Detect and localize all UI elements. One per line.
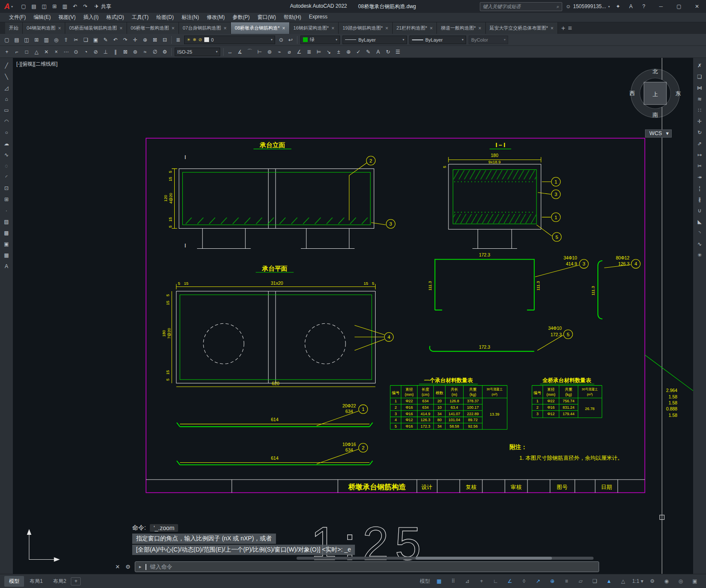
menu-item[interactable]: 插入(I)	[79, 13, 102, 22]
file-tab[interactable]: 05桥面铺装钢筋构造图 ×	[65, 22, 127, 34]
compass-top-face[interactable]: 上	[652, 91, 658, 97]
selection-cycling[interactable]: ❏	[588, 576, 602, 586]
modify-chamfer[interactable]: ◣	[694, 217, 705, 226]
file-tab[interactable]: 延安大学立交桥总体布置图* ×	[486, 22, 558, 34]
modify-rotate[interactable]: ↻	[694, 127, 705, 137]
autodesk-assistant-icon[interactable]: A	[626, 3, 636, 9]
menu-item[interactable]: 文件(F)	[5, 13, 30, 22]
snap-node[interactable]: ⊚	[130, 47, 140, 56]
model-paper-toggle[interactable]: 模型	[418, 576, 432, 586]
snap-intersection[interactable]: ✕	[42, 47, 51, 56]
dim-angular[interactable]: ∠	[294, 47, 304, 56]
redo[interactable]: ↷	[121, 35, 130, 44]
account-menu[interactable]: ☺ 1505999135... ▾	[566, 3, 610, 9]
command-options-line[interactable]: [全部(A)/中心(C)/动态(D)/范围(E)/上一个(P)/比例(S)/窗口…	[132, 545, 355, 555]
menu-item[interactable]: 帮助(H)	[280, 13, 305, 22]
file-tab[interactable]: 06桥墩一般构造图 ×	[127, 22, 179, 34]
modify-stretch[interactable]: ↦	[694, 150, 705, 160]
dim-center-mark[interactable]: ⊕	[344, 47, 353, 56]
save-drawing[interactable]: ◫	[22, 35, 31, 44]
dim-baseline[interactable]: ⊨	[314, 47, 324, 56]
modify-join[interactable]: ∪	[694, 205, 705, 215]
snap-midpoint[interactable]: △	[32, 47, 41, 56]
snap-endpoint[interactable]: □	[22, 47, 31, 56]
draw-hatch[interactable]: ▨	[1, 217, 12, 226]
plot-preview[interactable]: ◎	[52, 35, 61, 44]
layer-previous[interactable]: ↩	[286, 35, 295, 44]
annotation-visibility[interactable]: ▲	[602, 576, 616, 586]
view-compass[interactable]: 上 北 南 西 东	[630, 69, 681, 118]
tab-close-icon[interactable]: ×	[551, 25, 554, 31]
plot[interactable]: ▥	[42, 35, 51, 44]
clean-screen[interactable]: ▣	[688, 576, 702, 586]
isolate-objects[interactable]: ◎	[674, 576, 688, 586]
qat-save-icon[interactable]: ◫	[39, 2, 49, 11]
menu-item[interactable]: 格式(O)	[103, 13, 128, 22]
command-history-scrollbar[interactable]	[297, 557, 594, 560]
draw-polyline[interactable]: ◿	[1, 83, 12, 93]
menu-item[interactable]: 标注(N)	[178, 13, 203, 22]
draw-mtext[interactable]: A	[1, 261, 12, 271]
modify-break-point[interactable]: ¦	[694, 183, 705, 193]
menu-item[interactable]: 修改(M)	[203, 13, 229, 22]
file-tab[interactable]: 开始	[5, 22, 23, 34]
dim-style-manager[interactable]: ☰	[393, 47, 403, 56]
dim-inspect[interactable]: ✓	[354, 47, 363, 56]
zoom-previous[interactable]: ⊟	[160, 35, 170, 44]
ortho-mode[interactable]: ∟	[489, 576, 503, 586]
draw-polygon[interactable]: ⌂	[1, 94, 12, 104]
tab-close-icon[interactable]: ×	[58, 25, 61, 31]
compass-north[interactable]: 北	[652, 69, 658, 75]
file-tab[interactable]: 07台身钢筋构造图 ×	[179, 22, 231, 34]
dim-edit[interactable]: ✎	[364, 47, 373, 56]
tab-close-icon[interactable]: ×	[385, 25, 388, 31]
object-snap[interactable]: ⊕	[545, 576, 559, 586]
dim-ordinate[interactable]: ⊢	[255, 47, 264, 56]
model-space-viewport[interactable]: [-][俯视][二维线框]	[13, 58, 693, 574]
menu-item[interactable]: 工具(T)	[128, 13, 152, 22]
new-tab-button[interactable]: +	[561, 24, 565, 32]
application-menu-button[interactable]: A ▾	[0, 0, 17, 13]
snap-mode[interactable]: ⠿	[446, 576, 460, 586]
close-button[interactable]: ✕	[688, 0, 706, 13]
file-tab[interactable]: 19踏步钢筋构造图* ×	[339, 22, 393, 34]
snap-center[interactable]: ⊙	[71, 47, 81, 56]
command-input[interactable]: ▸ 键入命令	[135, 561, 599, 572]
draw-gradient[interactable]: ▩	[1, 228, 12, 238]
color-dropdown[interactable]: 绿 ▾	[300, 36, 340, 44]
tab-close-icon[interactable]: ×	[331, 25, 334, 31]
copy-clip[interactable]: ❏	[81, 35, 91, 44]
dim-leader[interactable]: ↘	[324, 47, 333, 56]
draw-ellipse-arc[interactable]: ◜	[1, 172, 12, 182]
draw-xline[interactable]: ╲	[1, 72, 12, 81]
dimstyle-dropdown[interactable]: ISO-25 ▾	[175, 48, 220, 56]
help-menu-icon[interactable]: ?	[639, 3, 648, 9]
workspace-switching[interactable]: ⚙	[645, 576, 659, 586]
publish[interactable]: ⇧	[61, 35, 71, 44]
snap-tangent[interactable]: ⊘	[91, 47, 100, 56]
cut-clip[interactable]: ✂	[71, 35, 81, 44]
osnap-settings[interactable]: ⚙	[160, 47, 170, 56]
tab-close-icon[interactable]: ×	[224, 25, 227, 31]
snap-perpendicular[interactable]: ⊥	[101, 47, 110, 56]
new-layout-button[interactable]: +	[71, 577, 81, 585]
open-drawing[interactable]: ▤	[12, 35, 21, 44]
layout-tab[interactable]: 布局1	[25, 576, 48, 587]
draw-revcloud[interactable]: ☁	[1, 139, 12, 148]
transparency-display[interactable]: ▱	[574, 576, 588, 586]
menu-item[interactable]: 参数(P)	[229, 13, 254, 22]
menu-item[interactable]: 编辑(E)	[30, 13, 55, 22]
file-tab[interactable]: 21栏杆构造图* ×	[393, 22, 437, 34]
draw-arc[interactable]: ◠	[1, 116, 12, 126]
modify-array[interactable]: ∷	[694, 105, 705, 115]
lineweight-dropdown[interactable]: ByLayer ▾	[409, 36, 466, 44]
undo[interactable]: ↶	[111, 35, 120, 44]
snap-from[interactable]: ⌐	[12, 47, 21, 56]
save-as[interactable]: ⊞	[32, 35, 41, 44]
pan-realtime[interactable]: ✛	[130, 35, 140, 44]
qat-new-icon[interactable]: ▢	[19, 2, 28, 11]
dim-update[interactable]: ↻	[383, 47, 393, 56]
search-icon[interactable]: ⌕	[557, 4, 559, 9]
annotation-autoscale[interactable]: △	[616, 576, 630, 586]
dim-quick[interactable]: ≣	[304, 47, 314, 56]
